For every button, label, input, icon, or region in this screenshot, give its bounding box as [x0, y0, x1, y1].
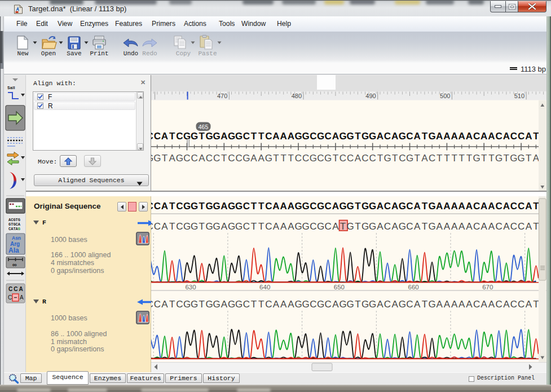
- svg-text:480: 480: [292, 93, 302, 99]
- svg-text:CCATCGGTGGAGGCTTCAAAGGCGCAGGTG: CCATCGGTGGAGGCTTCAAAGGCGCAGGTGGACAGCATGA…: [151, 131, 539, 142]
- svg-text:650: 650: [334, 284, 345, 290]
- svg-text:660: 660: [408, 284, 419, 290]
- svg-text:SalI: SalI: [7, 86, 15, 90]
- svg-text:470: 470: [217, 93, 227, 99]
- svg-text:CATAG: CATAG: [8, 227, 20, 231]
- svg-text:630: 630: [185, 284, 196, 290]
- svg-text:500: 500: [440, 93, 450, 99]
- svg-text:CCATCGGTGGAGGCTTCAAAGGCGCAGGTG: CCATCGGTGGAGGCTTCAAAGGCGCAGGTGGACAGCATGA…: [151, 201, 539, 212]
- svg-text:490: 490: [365, 93, 376, 99]
- svg-text:Asn: Asn: [12, 235, 21, 241]
- svg-text:465: 465: [199, 124, 209, 130]
- svg-text:Ala: Ala: [8, 246, 19, 254]
- svg-text:670: 670: [482, 284, 493, 290]
- svg-text:CCATCGGTGGAGGCTTCAAAGGCGCAGGTG: CCATCGGTGGAGGCTTCAAAGGCGCAGGTGGACAGCATGA…: [151, 299, 539, 310]
- svg-text:CCATCGGTGGAGGCTTCAAAGGCGCATGTG: CCATCGGTGGAGGCTTCAAAGGCGCATGTGGACAGCATGA…: [151, 221, 539, 232]
- svg-text:∞: ∞: [12, 261, 17, 268]
- svg-text:ACGTG: ACGTG: [8, 218, 20, 222]
- svg-text:GGTAGCCACCTCCGAAGTTTCCGCGTCCAC: GGTAGCCACCTCCGAAGTTTCCGCGTCCACCTGTCGTACT…: [151, 153, 540, 164]
- svg-text:640: 640: [259, 284, 270, 290]
- svg-text:C: C: [8, 294, 12, 301]
- svg-text:GTGCA: GTGCA: [8, 222, 21, 227]
- svg-text:510: 510: [514, 93, 524, 99]
- svg-text:A: A: [20, 294, 24, 301]
- svg-text:CCA: CCA: [8, 286, 24, 292]
